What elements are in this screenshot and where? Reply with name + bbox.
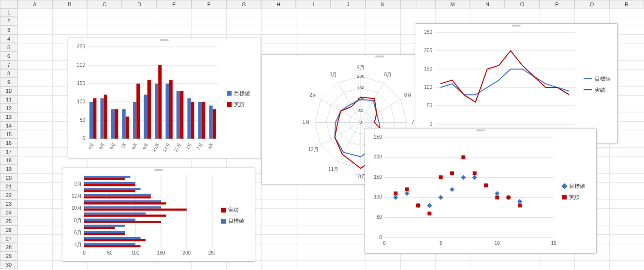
row-header[interactable]: 28 (0, 243, 17, 252)
svg-text:11月: 11月 (162, 142, 171, 152)
row-header[interactable]: 4 (0, 34, 17, 43)
row-header[interactable]: 17 (0, 147, 17, 156)
row-header[interactable]: 2 (0, 17, 17, 26)
svg-text:7月: 7月 (120, 142, 128, 150)
column-header[interactable]: R (609, 0, 644, 8)
chart-bar-horizontal[interactable]: 0501001502002504月6月8月10月12月2月 実績 目標値 (62, 168, 255, 262)
svg-text:3月: 3月 (207, 142, 215, 150)
row-header[interactable]: 23 (0, 199, 17, 208)
svg-text:5月: 5月 (384, 72, 392, 77)
row-header[interactable]: 11 (0, 95, 17, 104)
row-header[interactable]: 26 (0, 226, 17, 234)
row-header[interactable]: 8 (0, 69, 17, 78)
column-header[interactable]: H (261, 0, 296, 8)
svg-text:150: 150 (357, 85, 364, 90)
chart-drag-handle[interactable] (160, 39, 169, 41)
chart-drag-handle[interactable] (375, 56, 384, 57)
row-header[interactable]: 24 (0, 208, 17, 217)
svg-rect-135 (84, 209, 187, 211)
svg-rect-182 (484, 184, 488, 187)
spreadsheet[interactable]: ABCDEFGHIJKLMNOPQR 123456789101112131415… (0, 0, 644, 270)
svg-rect-125 (84, 233, 125, 235)
chart-bar-vertical[interactable]: 0501001502002504月5月6月7月8月9月10月11月12月1月2月… (68, 38, 261, 158)
column-header[interactable]: K (366, 0, 400, 8)
svg-rect-21 (122, 109, 126, 139)
row-header[interactable]: 29 (0, 252, 17, 260)
row-header[interactable]: 9 (0, 78, 17, 86)
column-header[interactable]: I (296, 0, 331, 8)
column-header[interactable]: C (87, 0, 122, 8)
svg-text:6月: 6月 (109, 142, 117, 150)
svg-rect-142 (84, 188, 141, 190)
svg-marker-167 (405, 191, 410, 196)
svg-text:6月: 6月 (74, 230, 82, 235)
legend-item-actual: 実績 (584, 86, 613, 94)
row-header[interactable]: 25 (0, 217, 17, 226)
row-header[interactable]: 15 (0, 130, 17, 139)
row-header[interactable]: 19 (0, 165, 17, 173)
select-all-corner[interactable] (0, 0, 17, 8)
row-header[interactable]: 14 (0, 121, 17, 130)
row-header[interactable]: 1 (0, 8, 17, 17)
column-header[interactable]: M (435, 0, 470, 8)
svg-text:12月: 12月 (173, 142, 182, 152)
legend-label: 目標値 (569, 183, 585, 190)
chart-drag-handle[interactable] (154, 169, 163, 171)
row-header[interactable]: 20 (0, 173, 17, 182)
legend-square-red (562, 195, 567, 199)
row-header[interactable]: 27 (0, 234, 17, 243)
svg-text:9月: 9月 (142, 142, 149, 150)
row-header[interactable]: 22 (0, 191, 17, 199)
column-header[interactable]: A (17, 0, 52, 8)
legend-item-target: 目標値 (584, 75, 613, 83)
row-header[interactable]: 16 (0, 139, 17, 147)
svg-rect-133 (84, 214, 166, 216)
row-header[interactable]: 6 (0, 52, 17, 60)
svg-text:4月: 4月 (357, 65, 365, 70)
svg-text:250: 250 (374, 134, 382, 140)
chart-line[interactable]: 0501001502002504月5月6月7月8月9月10月11月12月1月2月… (415, 23, 618, 144)
svg-rect-174 (439, 175, 443, 179)
svg-text:50: 50 (107, 250, 113, 256)
svg-rect-43 (202, 102, 205, 139)
row-header[interactable]: 21 (0, 182, 17, 191)
svg-text:2月: 2月 (309, 92, 317, 98)
svg-rect-170 (416, 203, 420, 207)
svg-text:200: 200 (357, 74, 364, 79)
legend-swatch-blue (221, 219, 226, 224)
svg-rect-42 (198, 102, 202, 139)
legend-item-target: 目標値 (562, 183, 591, 190)
svg-rect-33 (166, 84, 169, 139)
svg-rect-132 (84, 213, 146, 214)
column-header[interactable]: D (122, 0, 157, 8)
chart-drag-handle[interactable] (512, 25, 521, 27)
column-header[interactable]: G (226, 0, 261, 8)
row-header[interactable]: 18 (0, 156, 17, 165)
column-header[interactable]: P (540, 0, 574, 8)
legend-item-actual: 実績 (562, 194, 591, 201)
column-header[interactable]: Q (574, 0, 609, 8)
row-header[interactable]: 5 (0, 43, 17, 52)
svg-line-56 (361, 99, 400, 123)
column-header[interactable]: L (400, 0, 435, 8)
column-header[interactable]: O (505, 0, 540, 8)
row-header[interactable]: 7 (0, 60, 17, 69)
column-header[interactable]: B (52, 0, 87, 8)
row-header[interactable]: 13 (0, 113, 17, 121)
svg-rect-166 (394, 191, 397, 195)
svg-rect-122 (84, 237, 141, 239)
chart-drag-handle[interactable] (476, 129, 485, 131)
row-header[interactable]: 10 (0, 86, 17, 95)
column-header[interactable]: N (470, 0, 505, 8)
column-header[interactable]: E (157, 0, 191, 8)
svg-rect-119 (84, 243, 135, 245)
row-header[interactable]: 12 (0, 104, 17, 113)
svg-text:0: 0 (379, 235, 382, 240)
row-header[interactable]: 30 (0, 260, 17, 269)
column-header[interactable]: F (191, 0, 226, 8)
row-header[interactable]: 3 (0, 26, 17, 34)
svg-text:50: 50 (427, 103, 433, 108)
legend-item-actual: 実績 (227, 101, 256, 108)
chart-scatter[interactable]: 050100150200250051015 目標値 実績 (365, 128, 597, 254)
column-header[interactable]: J (331, 0, 366, 8)
